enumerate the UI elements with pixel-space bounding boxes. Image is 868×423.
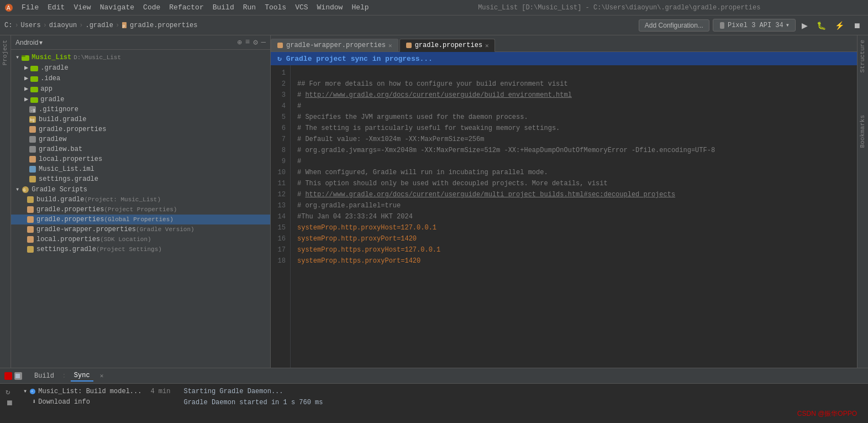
- breadcrumb-sep3: ›: [79, 22, 83, 29]
- structure-side-label[interactable]: Structure: [858, 35, 868, 77]
- tab-gradle-wrapper-icon: [277, 42, 283, 49]
- props-file-icon: p: [122, 22, 128, 29]
- build-tree-root[interactable]: ▾ * Music_List: Build model...: [23, 386, 141, 396]
- device-selector[interactable]: Pixel 3 API 34 ▾: [713, 19, 796, 32]
- tree-item-props-project[interactable]: gradle.properties (Project Properties): [11, 205, 270, 215]
- bottom-tab-build[interactable]: Build: [31, 371, 57, 381]
- tree-section-gradle[interactable]: ▾ G Gradle Scripts: [11, 184, 270, 195]
- debug-button[interactable]: 🐛: [814, 19, 829, 32]
- run-button[interactable]: ▶: [799, 19, 811, 32]
- menu-navigate[interactable]: Navigate: [96, 2, 138, 13]
- add-configuration-button[interactable]: Add Configuration...: [639, 19, 709, 32]
- folder-icon3: [30, 85, 38, 93]
- bottom-tab-sync[interactable]: Sync: [71, 370, 93, 382]
- code-editor[interactable]: ## For more details on how to configure …: [291, 65, 857, 368]
- section-gradle-label: Gradle Scripts: [31, 186, 87, 194]
- tree-item-gradleprops[interactable]: gradle.properties: [11, 124, 270, 134]
- tree-item-iml[interactable]: Music_List.iml: [11, 164, 270, 174]
- bottom-stop-icon[interactable]: ⏹: [14, 372, 22, 380]
- tree-root[interactable]: ▾ Music_List D:\Music_List: [11, 52, 270, 62]
- tree-item-buildgradle[interactable]: bg build.gradle: [11, 114, 270, 124]
- gradlewbat-icon: [29, 145, 36, 153]
- tree-item-build-project[interactable]: build.gradle (Project: Music_List): [11, 195, 270, 205]
- gradle-section-icon: G: [22, 186, 29, 194]
- svg-rect-8: [30, 76, 38, 82]
- build-tree-child[interactable]: ⬇ Download info: [23, 396, 141, 407]
- expand-all-icon[interactable]: ⊕: [237, 38, 241, 47]
- build-output-line-1: 4 min Starting Gradle Daemon...: [150, 386, 864, 397]
- menu-run[interactable]: Run: [239, 2, 260, 13]
- android-dropdown[interactable]: Android ▾: [15, 39, 43, 46]
- profile-button[interactable]: ⚡: [832, 19, 847, 32]
- tree-item-local-sdk[interactable]: local.properties (SDK Location): [11, 234, 270, 244]
- tab-gradle-wrapper[interactable]: gradle-wrapper.properties ✕: [271, 39, 398, 51]
- tab-close-gradle-props[interactable]: ✕: [485, 42, 489, 49]
- error-icon[interactable]: [4, 372, 12, 380]
- wrapper-props-icon: [27, 226, 34, 233]
- tree-item-gradle-folder[interactable]: ▶ .gradle: [11, 62, 270, 73]
- menu-file[interactable]: File: [18, 2, 43, 13]
- tree-root-name: Music_List: [31, 54, 71, 61]
- localprops-icon: [29, 155, 36, 163]
- panel-header: Android ▾ ⊕ ≡ ⚙ —: [11, 35, 270, 50]
- tab-gradle-props[interactable]: gradle.properties ✕: [399, 39, 495, 52]
- collapse-icon2: ▶: [24, 74, 28, 82]
- menu-tools[interactable]: Tools: [261, 2, 290, 13]
- bottom-tab-sync-close[interactable]: ✕: [100, 372, 104, 379]
- tree-item-settings-gradle-ann: (Project Settings): [96, 246, 162, 253]
- build-restart-icon[interactable]: ↻: [6, 387, 13, 396]
- bookmarks-side-label[interactable]: Bookmarks: [858, 111, 868, 152]
- tree-item-settings[interactable]: settings.gradle: [11, 174, 270, 184]
- close-panel-icon[interactable]: —: [261, 38, 266, 47]
- stop-button[interactable]: ⏹: [850, 19, 864, 32]
- editor-area: gradle-wrapper.properties ✕ gradle.prope…: [271, 35, 857, 368]
- breadcrumb: C: › Users › diaoyun › .gradle › p gradl…: [4, 22, 198, 29]
- breadcrumb-c[interactable]: C:: [4, 22, 12, 29]
- tree-item-gitignore[interactable]: .g .gitignore: [11, 105, 270, 114]
- breadcrumb-diaoyun[interactable]: diaoyun: [49, 22, 77, 29]
- tree-item-settings-gradle[interactable]: settings.gradle (Project Settings): [11, 244, 270, 254]
- collapse-icon3: ▶: [24, 85, 28, 93]
- menu-view[interactable]: View: [70, 2, 94, 13]
- svg-rect-10: [30, 97, 38, 103]
- menu-vcs[interactable]: VCS: [291, 2, 312, 13]
- build-tree-root-icon: *: [29, 388, 36, 395]
- menu-build[interactable]: Build: [209, 2, 238, 13]
- bookmarks-strip: Bookmarks: [857, 111, 868, 152]
- editor-content[interactable]: 12345 678910 1112131415 161718 ## For mo…: [271, 65, 857, 368]
- collapse-all-icon[interactable]: ≡: [245, 38, 250, 47]
- breadcrumb-sep4: ›: [115, 22, 119, 29]
- tree-item-localprops[interactable]: local.properties: [11, 154, 270, 164]
- tree-item-gradle-dir[interactable]: ▶ gradle: [11, 94, 270, 105]
- menu-edit[interactable]: Edit: [44, 2, 69, 13]
- tree-item-settings-gradle-name: settings.gradle: [36, 246, 96, 253]
- tree-item-props-global[interactable]: gradle.properties (Global Properties): [11, 215, 270, 224]
- tab-close-gradle-wrapper[interactable]: ✕: [388, 42, 392, 49]
- tree-item-wrapper-props[interactable]: gradle-wrapper.properties (Gradle Versio…: [11, 224, 270, 234]
- build-stop-icon[interactable]: ⏹: [6, 399, 13, 408]
- build-tree-root-label: Music_List: Build model...: [38, 388, 141, 395]
- project-side-label[interactable]: Project: [0, 35, 10, 70]
- tree-item-idea-folder[interactable]: ▶ .idea: [11, 73, 270, 83]
- tree-item-gradlew[interactable]: gradlew: [11, 134, 270, 144]
- build-time-1: 4 min: [150, 386, 177, 397]
- breadcrumb-file[interactable]: p gradle.properties: [122, 22, 197, 29]
- menu-code[interactable]: Code: [139, 2, 164, 13]
- tree-item-app-folder[interactable]: ▶ app: [11, 83, 270, 94]
- menu-refactor[interactable]: Refactor: [165, 2, 207, 13]
- breadcrumb-users[interactable]: Users: [21, 22, 41, 29]
- menu-help[interactable]: Help: [348, 2, 372, 13]
- tree-item-props-project-name: gradle.properties: [36, 206, 104, 213]
- section-expand-icon: ▾: [15, 185, 19, 194]
- tab-gradle-props-icon: [406, 42, 412, 49]
- app-logo: A: [3, 2, 14, 13]
- settings-icon[interactable]: ⚙: [253, 38, 257, 47]
- props-project-icon: [27, 206, 34, 213]
- collapse-icon4: ▶: [24, 95, 28, 103]
- svg-rect-23: [27, 196, 34, 203]
- breadcrumb-gradle[interactable]: .gradle: [85, 22, 113, 29]
- tree-item-props-global-name: gradle.properties: [36, 216, 104, 223]
- menu-window[interactable]: Window: [313, 2, 347, 13]
- tree-item-gradlewbat[interactable]: gradlew.bat: [11, 144, 270, 154]
- build-time-2: [150, 397, 177, 408]
